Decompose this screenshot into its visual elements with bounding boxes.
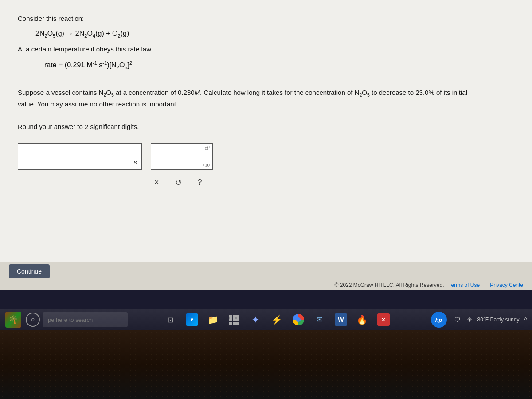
hp-logo: hp [431, 312, 447, 328]
input-row: s □□ ×10 × ↺ ? [18, 143, 514, 189]
mail-button[interactable]: ✉ [310, 311, 329, 329]
start-area: 🌴 [4, 311, 23, 329]
unit-label: s [134, 159, 137, 166]
help-button[interactable]: ? [194, 176, 206, 189]
chrome-button[interactable] [289, 311, 308, 329]
start-icon[interactable]: 🌴 [5, 312, 21, 328]
lightning-button[interactable]: ⚡ [267, 311, 287, 329]
weather-icon: ☀ [466, 316, 474, 323]
taskbar-search-input[interactable] [43, 312, 128, 327]
folder-button[interactable]: 📁 [203, 311, 223, 329]
chrome-icon [293, 314, 304, 325]
taskview-button[interactable]: ⊡ [161, 311, 180, 329]
security-tray-icon: 🛡 [453, 316, 462, 323]
reaction-equation: 2N2O5(g) → 2N2O4(g) + O2(g) [35, 27, 514, 40]
desk-dots [0, 330, 532, 399]
apps-icon [229, 315, 239, 325]
browser-content: Consider this reaction: 2N2O5(g) → 2N2O4… [0, 0, 532, 282]
close-app-icon: ✕ [377, 313, 390, 326]
sci-notation-box[interactable]: □□ ×10 [151, 143, 213, 170]
taskbar-app-icons: ⊡ e 📁 [161, 311, 393, 329]
close-app-button[interactable]: ✕ [374, 311, 393, 329]
folder-icon: 📁 [207, 314, 219, 325]
scientific-notation-section: □□ ×10 × ↺ ? [151, 143, 213, 189]
lightning-icon: ⚡ [271, 314, 282, 325]
answer-input-container[interactable]: s [18, 143, 142, 170]
fire-button[interactable]: 🔥 [352, 311, 372, 329]
expand-tray-icon[interactable]: ^ [523, 316, 528, 323]
word-icon: W [335, 313, 347, 326]
problem-text: Suppose a vessel contains N2O5 at a conc… [18, 87, 514, 110]
taskbar-center: ⊡ e 📁 [129, 311, 425, 329]
answer-input[interactable] [23, 153, 125, 160]
copyright-bar: © 2022 McGraw Hill LLC. All Rights Reser… [0, 279, 532, 290]
taskbar-left: 🌴 ○ [4, 311, 128, 329]
continue-button[interactable]: Continue [9, 264, 50, 278]
heading: Consider this reaction: [18, 13, 514, 24]
mail-icon: ✉ [316, 315, 323, 325]
terms-of-use-link[interactable]: Terms of Use [448, 282, 480, 288]
edge-icon: e [186, 313, 198, 326]
weather-text: 80°F Partly sunny [477, 317, 520, 323]
copilot-button[interactable]: ✦ [246, 311, 266, 329]
question-area: Consider this reaction: 2N2O5(g) → 2N2O4… [18, 13, 514, 132]
separator: | [484, 282, 485, 288]
taskbar-right: 🛡 ☀ 80°F Partly sunny ^ [453, 316, 528, 323]
x10-subscript: ×10 [202, 162, 210, 168]
search-circle-icon: ○ [31, 316, 35, 323]
word-button[interactable]: W [331, 311, 351, 329]
rate-law: rate = (0.291 M-1·s-1)[N2O5]2 [44, 58, 514, 72]
taskbar: 🌴 ○ ⊡ e 📁 [0, 309, 532, 330]
x10-label: □□ [205, 145, 210, 151]
undo-button[interactable]: ↺ [172, 176, 185, 189]
fire-icon: 🔥 [356, 314, 368, 325]
search-circle-button[interactable]: ○ [26, 313, 40, 327]
copyright-text: © 2022 McGraw Hill LLC. All Rights Reser… [335, 282, 444, 288]
round-instruction: Round your answer to 2 significant digit… [18, 121, 514, 132]
action-buttons: × ↺ ? [151, 176, 213, 189]
at-temperature-text: At a certain temperature it obeys this r… [18, 44, 514, 55]
apps-button[interactable] [225, 311, 244, 329]
bottom-bar: Continue [0, 262, 532, 280]
copilot-icon: ✦ [252, 314, 259, 325]
edge-button[interactable]: e [182, 311, 202, 329]
privacy-center-link[interactable]: Privacy Cente [490, 282, 523, 288]
clear-button[interactable]: × [151, 176, 163, 189]
taskview-icon: ⊡ [168, 316, 173, 324]
